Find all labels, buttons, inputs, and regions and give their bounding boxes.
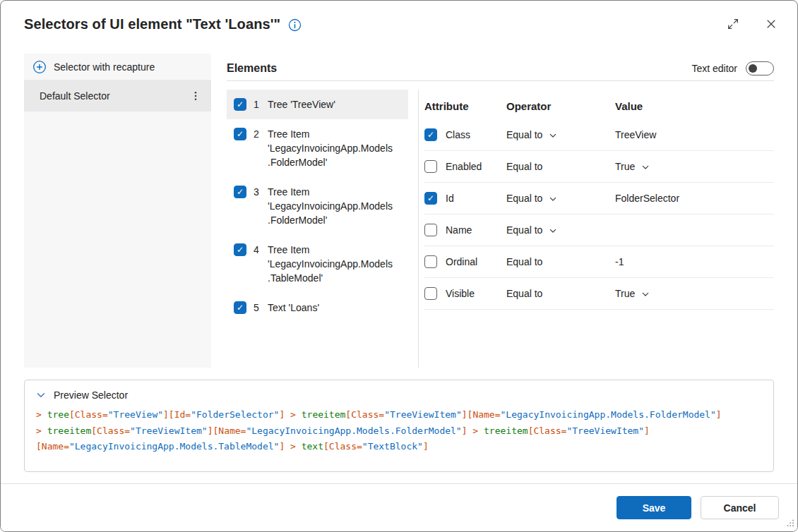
footer: Save Cancel xyxy=(1,483,797,531)
value-text[interactable]: True xyxy=(615,161,635,172)
selector-token-value: "TextBlock" xyxy=(362,441,423,452)
preview-selector-text[interactable]: > tree[Class="TreeView"][Id="FolderSelec… xyxy=(36,407,762,455)
selectors-dialog: Selectors of UI element "Text 'Loans'" S… xyxy=(0,0,798,532)
operator-value: Equal to xyxy=(506,129,542,140)
attribute-checkbox[interactable] xyxy=(424,255,437,268)
selector-token-value: "TreeViewItem" xyxy=(566,425,644,436)
operator-value: Equal to xyxy=(506,161,542,172)
element-item[interactable]: 5 Text 'Loans' xyxy=(227,293,408,322)
plus-circle-icon xyxy=(32,60,47,74)
element-number: 4 xyxy=(254,243,261,257)
selector-token-punct: > xyxy=(36,409,47,420)
attribute-checkbox[interactable] xyxy=(424,224,437,236)
selector-token-punct: [Class= xyxy=(323,441,362,452)
selectors-sidebar: Selector with recapture Default Selector xyxy=(24,54,211,368)
more-options-icon[interactable] xyxy=(187,87,204,104)
selector-token-punct: ] > xyxy=(279,409,301,420)
element-item[interactable]: 2 Tree Item 'LegacyInvoicingApp.Models.F… xyxy=(227,119,408,177)
page-title: Selectors of UI element "Text 'Loans'" xyxy=(24,16,280,32)
attribute-column-header: Attribute xyxy=(424,100,506,112)
attribute-row: Visible Equal to True xyxy=(424,278,774,310)
attribute-checkbox[interactable] xyxy=(424,160,437,173)
element-checkbox[interactable] xyxy=(234,128,246,140)
operator-value: Equal to xyxy=(506,193,542,204)
selector-token-punct: ] xyxy=(644,425,650,436)
element-number: 1 xyxy=(254,97,261,111)
selector-token-punct: [Class= xyxy=(91,425,130,436)
text-editor-toggle[interactable] xyxy=(746,61,774,75)
value-column-header: Value xyxy=(615,100,774,112)
selector-token-punct: [Class= xyxy=(528,425,567,436)
element-label: Tree Item 'LegacyInvoicingApp.Models.Fol… xyxy=(268,185,393,227)
selector-token-punct: [Class= xyxy=(345,409,384,420)
selector-token-punct: > xyxy=(36,425,47,436)
vertical-divider xyxy=(418,90,419,368)
operator-value: Equal to xyxy=(506,256,542,267)
info-icon[interactable] xyxy=(288,18,302,32)
element-label: Tree Item 'LegacyInvoicingApp.Models.Tab… xyxy=(268,243,393,285)
selector-token-value: "TreeViewItem" xyxy=(384,409,462,420)
selector-token-element: tree xyxy=(47,409,69,420)
element-item[interactable]: 3 Tree Item 'LegacyInvoicingApp.Models.F… xyxy=(227,177,408,235)
attribute-row: Ordinal Equal to -1 xyxy=(424,246,774,278)
selector-token-element: text xyxy=(302,441,323,452)
selector-token-value: "LegacyInvoicingApp.Models.FolderModel" xyxy=(246,425,461,436)
selector-token-value: "LegacyInvoicingApp.Models.FolderModel" xyxy=(501,409,716,420)
attribute-checkbox[interactable] xyxy=(424,287,437,300)
close-icon[interactable] xyxy=(763,16,779,32)
element-checkbox[interactable] xyxy=(234,301,246,314)
attribute-rows: Class Equal to TreeView Enabled Equal to… xyxy=(424,119,774,310)
value-text[interactable]: -1 xyxy=(615,256,624,267)
element-item[interactable]: 4 Tree Item 'LegacyInvoicingApp.Models.T… xyxy=(227,235,408,293)
chevron-down-icon[interactable] xyxy=(549,131,557,140)
value-text[interactable]: True xyxy=(615,288,635,299)
selector-token-punct: ] > xyxy=(279,441,301,452)
element-item[interactable]: 1 Tree 'TreeView' xyxy=(227,90,408,119)
cancel-button[interactable]: Cancel xyxy=(701,496,779,519)
selector-token-punct: ] > xyxy=(462,425,484,436)
preview-selector-title: Preview Selector xyxy=(54,389,128,401)
chevron-down-icon[interactable] xyxy=(641,163,650,171)
resize-grip[interactable] xyxy=(786,518,794,529)
element-checkbox[interactable] xyxy=(234,186,246,198)
selector-token-punct: ][Name= xyxy=(462,409,501,420)
default-selector-label: Default Selector xyxy=(40,90,110,102)
operator-column-header: Operator xyxy=(506,100,615,112)
selector-token-value: "TreeView" xyxy=(108,409,163,420)
value-text[interactable]: FolderSelector xyxy=(615,193,679,204)
titlebar: Selectors of UI element "Text 'Loans'" xyxy=(1,1,797,47)
attribute-row: Name Equal to xyxy=(424,214,774,246)
selector-with-recapture-button[interactable]: Selector with recapture xyxy=(24,54,211,80)
element-checkbox[interactable] xyxy=(234,98,246,111)
selector-token-element: treeitem xyxy=(47,425,92,436)
attribute-checkbox[interactable] xyxy=(424,128,437,141)
attribute-row: Id Equal to FolderSelector xyxy=(424,183,774,214)
attribute-name: Visible xyxy=(446,288,475,299)
selector-token-value: "FolderSelector" xyxy=(191,409,279,420)
chevron-down-icon[interactable] xyxy=(641,290,650,298)
attribute-name: Name xyxy=(446,224,472,236)
selector-token-punct: ] xyxy=(423,441,429,452)
elements-list: 1 Tree 'TreeView' 2 Tree Item 'LegacyInv… xyxy=(227,90,408,322)
text-editor-label: Text editor xyxy=(691,63,737,74)
save-button[interactable]: Save xyxy=(617,496,691,519)
selector-token-element: treeitem xyxy=(484,425,528,436)
default-selector-item[interactable]: Default Selector xyxy=(24,80,211,111)
element-checkbox[interactable] xyxy=(234,243,246,256)
operator-value: Equal to xyxy=(506,288,542,299)
attribute-checkbox[interactable] xyxy=(424,192,437,205)
attribute-row: Class Equal to TreeView xyxy=(424,119,774,151)
preview-selector-header[interactable]: Preview Selector xyxy=(25,380,773,404)
element-number: 5 xyxy=(254,301,261,315)
attribute-name: Enabled xyxy=(446,161,482,172)
element-number: 2 xyxy=(254,127,261,141)
attributes-table: Attribute Operator Value Class Equal to … xyxy=(424,92,774,310)
chevron-down-icon[interactable] xyxy=(549,226,557,235)
element-number: 3 xyxy=(254,185,261,199)
chevron-down-icon xyxy=(36,390,46,400)
chevron-down-icon[interactable] xyxy=(549,195,557,203)
elements-header-row: Elements Text editor xyxy=(227,56,774,81)
expand-icon[interactable] xyxy=(725,16,741,32)
value-text[interactable]: TreeView xyxy=(615,129,656,140)
selector-token-punct: ] xyxy=(716,409,722,420)
